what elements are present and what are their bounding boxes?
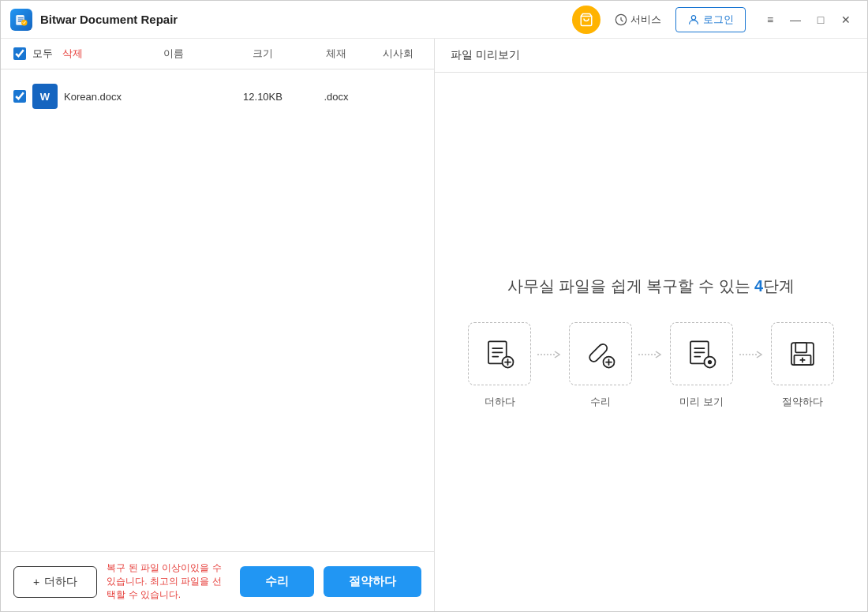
titlebar-actions: 서비스 로그인 ≡ — □ ✕ [572, 6, 858, 34]
step-add-label: 더하다 [485, 395, 515, 409]
file-ext: .docx [305, 91, 368, 103]
app-logo [10, 9, 32, 31]
svg-rect-27 [795, 343, 806, 352]
step-preview-box [670, 322, 733, 385]
svg-point-24 [708, 359, 712, 363]
maximize-button[interactable]: □ [809, 9, 832, 31]
step-add-box [468, 322, 531, 385]
repair-button[interactable]: 수리 [240, 566, 314, 597]
arrow-3 [733, 348, 771, 383]
bottom-bar: + 더하다 복구 된 파일 이상이있을 수 있습니다. 최고의 파일을 선택할 … [1, 551, 434, 611]
service-button[interactable]: 서비스 [607, 8, 669, 32]
col-name-header: 이름 [126, 47, 221, 61]
file-name: Korean.docx [64, 91, 221, 103]
app-title: Bitwar Document Repair [40, 13, 572, 26]
col-size-header: 크기 [227, 47, 298, 61]
svg-point-4 [691, 15, 695, 19]
preview-header: 파일 미리보기 [435, 39, 867, 73]
right-panel: 파일 미리보기 사무실 파일을 쉽게 복구할 수 있는 4단계 [435, 39, 867, 611]
file-list: W Korean.docx 12.10KB .docx [1, 69, 434, 551]
steps-row: 더하다 [468, 322, 834, 409]
col-select-label: 모두 [32, 47, 53, 61]
step-repair-box [569, 322, 632, 385]
step-repair: 수리 [569, 322, 632, 409]
arrow-2 [632, 348, 670, 383]
col-preview-header: 시사회 [374, 47, 421, 61]
bottom-hint: 복구 된 파일 이상이있을 수 있습니다. 최고의 파일을 선택할 수 있습니다… [107, 561, 230, 602]
file-icon: W [32, 84, 58, 109]
step-repair-label: 수리 [590, 395, 611, 409]
file-size: 12.10KB [227, 91, 298, 103]
step-save: 절약하다 [771, 322, 834, 409]
col-type-header: 체재 [305, 47, 368, 61]
add-button[interactable]: + 더하다 [13, 566, 97, 598]
preview-headline: 사무실 파일을 쉽게 복구할 수 있는 4단계 [507, 276, 795, 297]
main-content: 모두 삭제 이름 크기 체재 시사회 W Korean.docx 12.10KB… [1, 39, 867, 611]
step-preview-label: 미리 보기 [679, 395, 724, 409]
close-button[interactable]: ✕ [834, 9, 858, 31]
minimize-button[interactable]: — [784, 9, 807, 31]
select-all-checkbox[interactable] [13, 47, 26, 60]
table-header: 모두 삭제 이름 크기 체재 시사회 [1, 39, 434, 69]
save-button[interactable]: 절약하다 [324, 566, 421, 597]
step-preview: 미리 보기 [670, 322, 733, 409]
arrow-1 [531, 348, 569, 383]
step-save-box [771, 322, 834, 385]
table-row: W Korean.docx 12.10KB .docx [1, 76, 434, 117]
delete-label[interactable]: 삭제 [62, 47, 83, 61]
left-panel: 모두 삭제 이름 크기 체재 시사회 W Korean.docx 12.10KB… [1, 39, 435, 611]
step-save-label: 절약하다 [782, 395, 823, 409]
preview-content: 사무실 파일을 쉽게 복구할 수 있는 4단계 [435, 73, 867, 611]
cart-button[interactable] [572, 6, 600, 34]
login-button[interactable]: 로그인 [675, 7, 746, 32]
file-checkbox[interactable] [13, 90, 26, 103]
titlebar: Bitwar Document Repair 서비스 로그인 ≡ [1, 1, 867, 39]
menu-button[interactable]: ≡ [758, 9, 782, 31]
window-controls: ≡ — □ ✕ [758, 9, 858, 31]
step-add: 더하다 [468, 322, 531, 409]
